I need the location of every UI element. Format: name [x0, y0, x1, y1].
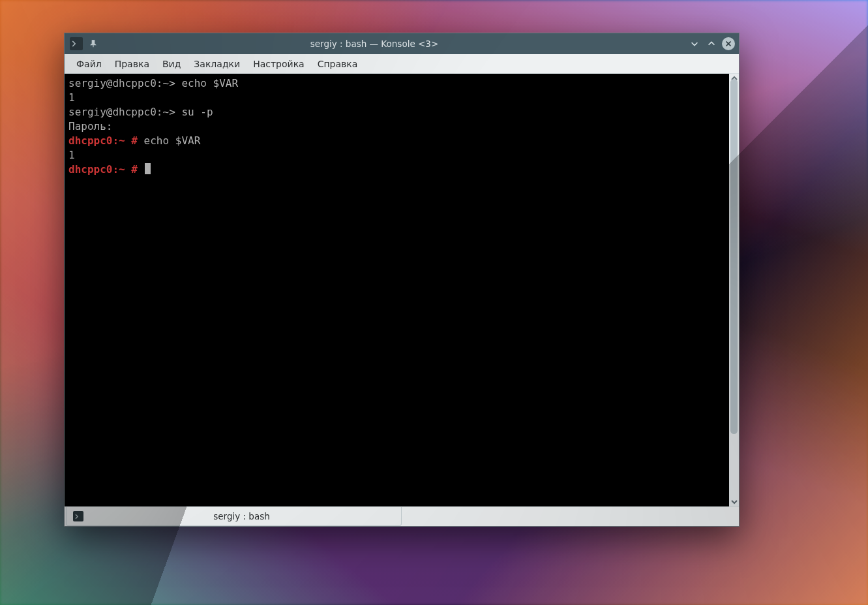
- terminal-output[interactable]: sergiy@dhcppc0:~> echo $VAR 1 sergiy@dhc…: [65, 74, 729, 506]
- scroll-up-icon[interactable]: [729, 74, 739, 83]
- menu-bookmarks[interactable]: Закладки: [187, 56, 247, 72]
- menubar: Файл Правка Вид Закладки Настройка Справ…: [65, 54, 739, 74]
- desktop-background: sergiy : bash — Konsole <3> Файл Правка …: [0, 0, 868, 605]
- terminal-tab-label: sergiy : bash: [89, 511, 395, 521]
- window-title: sergiy : bash — Konsole <3>: [100, 39, 688, 49]
- menu-settings[interactable]: Настройка: [247, 56, 311, 72]
- terminal-scrollbar[interactable]: [729, 74, 739, 506]
- menu-help[interactable]: Справка: [311, 56, 365, 72]
- scroll-down-icon[interactable]: [729, 497, 739, 506]
- menu-view[interactable]: Вид: [156, 56, 187, 72]
- window-titlebar[interactable]: sergiy : bash — Konsole <3>: [65, 33, 739, 54]
- minimize-button[interactable]: [688, 37, 701, 50]
- menu-file[interactable]: Файл: [70, 56, 108, 72]
- terminal-tab[interactable]: sergiy : bash: [66, 507, 402, 526]
- scrollbar-thumb[interactable]: [730, 79, 738, 434]
- close-button[interactable]: [722, 37, 735, 50]
- menu-edit[interactable]: Правка: [108, 56, 156, 72]
- terminal-cursor: [145, 163, 151, 174]
- tab-bar: sergiy : bash: [65, 506, 739, 526]
- pin-button[interactable]: [87, 37, 100, 50]
- terminal-area: sergiy@dhcppc0:~> echo $VAR 1 sergiy@dhc…: [65, 74, 739, 506]
- konsole-window: sergiy : bash — Konsole <3> Файл Правка …: [64, 33, 740, 527]
- konsole-app-icon: [70, 37, 83, 50]
- maximize-button[interactable]: [705, 37, 718, 50]
- terminal-tab-icon: [73, 511, 83, 521]
